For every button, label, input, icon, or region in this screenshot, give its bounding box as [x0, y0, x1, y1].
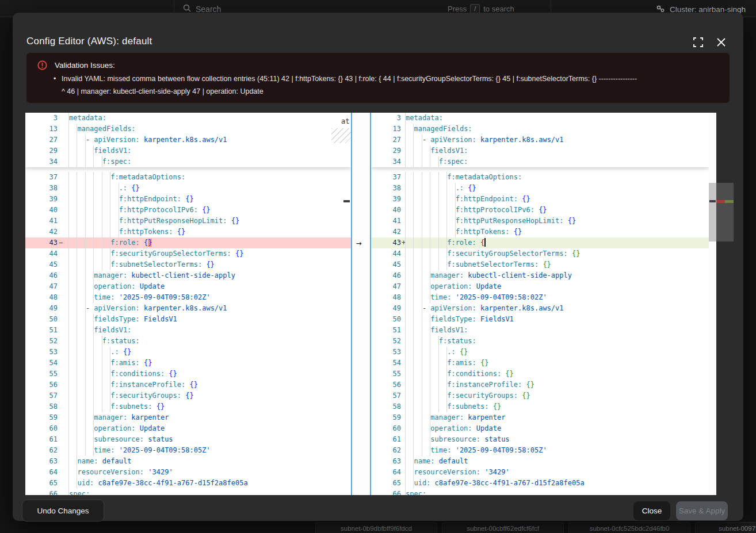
diff-editor-sash[interactable]: →	[351, 113, 371, 495]
code-line[interactable]: 52f:status:	[25, 336, 351, 347]
code-line[interactable]: 34f:spec:	[25, 156, 351, 167]
code-line[interactable]: 27- apiVersion: karpenter.k8s.aws/v1	[371, 135, 709, 145]
error-circle-icon	[37, 60, 47, 72]
line-number: 56	[25, 379, 58, 390]
code-line[interactable]: 52f:status:	[371, 336, 709, 347]
line-number: 49	[371, 303, 401, 314]
vertical-scrollbar[interactable]	[709, 113, 716, 495]
scrollbar-slider[interactable]	[709, 183, 716, 241]
code-line[interactable]: 60operation: Update	[371, 423, 709, 434]
code-line[interactable]: 47operation: Update	[371, 281, 709, 292]
code-line[interactable]: 44f:securityGroupSelectorTerms: {}	[371, 248, 709, 259]
close-button[interactable]: Close	[633, 501, 670, 520]
code-line[interactable]: 39f:httpEndpoint: {}	[25, 194, 351, 205]
code-line[interactable]: 54f:amis: {}	[25, 358, 351, 369]
code-line[interactable]: 65uid: c8afe97e-38cc-4f91-a767-d15f2a8fe…	[25, 478, 351, 489]
code-line[interactable]: 58f:subnets: {}	[371, 401, 709, 412]
code-line[interactable]: 45f:subnetSelectorTerms: {}	[371, 259, 709, 270]
code-line[interactable]: 40f:httpProtocolIPv6: {}	[25, 205, 351, 216]
code-line[interactable]: 61subresource: status	[25, 434, 351, 445]
code-line[interactable]: 60operation: Update	[25, 423, 351, 434]
code-line[interactable]: 49- apiVersion: karpenter.k8s.aws/v1	[25, 303, 351, 314]
subnet-cell: subnet-0cfc525bdc2d46fb0	[568, 522, 690, 533]
code-line[interactable]: 48time: '2025-09-04T09:58:02Z'	[25, 292, 351, 303]
code-line[interactable]: 51fieldsV1:	[25, 325, 351, 336]
line-number: 57	[371, 390, 401, 401]
line-number: 54	[371, 358, 401, 369]
code-line[interactable]: 63name: default	[371, 456, 709, 467]
code-line[interactable]: 43−f:role: {}	[25, 237, 351, 248]
code-line[interactable]: 42f:httpTokens: {}	[25, 227, 351, 237]
line-number: 47	[371, 281, 401, 292]
code-line[interactable]: 64resourceVersion: '3429'	[371, 467, 709, 478]
code-line[interactable]: 51fieldsV1:	[371, 325, 709, 336]
code-line[interactable]: 13managedFields:	[371, 124, 709, 135]
code-line[interactable]: 64resourceVersion: '3429'	[25, 467, 351, 478]
original-editor-pane[interactable]: 37f:metadataOptions:38.: {}39f:httpEndpo…	[25, 113, 351, 495]
modal-title: Config Editor (AWS): default	[26, 36, 152, 47]
code-line[interactable]: 59manager: karpenter	[371, 412, 709, 423]
line-number: 13	[371, 124, 401, 135]
code-line[interactable]: 29fieldsV1:	[371, 145, 709, 156]
code-line[interactable]: 34f:spec:	[371, 156, 709, 167]
line-number: 34	[25, 156, 58, 167]
code-line[interactable]: 37f:metadataOptions:	[371, 172, 709, 183]
code-line[interactable]: 27- apiVersion: karpenter.k8s.aws/v1	[25, 135, 351, 145]
code-line[interactable]: 56f:instanceProfile: {}	[371, 379, 709, 390]
code-line[interactable]: 13managedFields:	[25, 124, 351, 135]
code-line[interactable]: 41f:httpPutResponseHopLimit: {}	[371, 216, 709, 227]
close-icon[interactable]	[716, 37, 728, 49]
code-line[interactable]: 43+f:role: {	[371, 237, 709, 248]
code-line[interactable]: 37f:metadataOptions:	[25, 172, 351, 183]
code-line[interactable]: 59manager: karpenter	[25, 412, 351, 423]
code-line[interactable]: 3metadata:	[371, 113, 709, 124]
code-line[interactable]: 57f:securityGroups: {}	[25, 390, 351, 401]
code-line[interactable]: 44f:securityGroupSelectorTerms: {}	[25, 248, 351, 259]
fullscreen-button[interactable]	[693, 37, 705, 49]
revert-change-arrow[interactable]: →	[356, 237, 362, 248]
line-number: 42	[371, 227, 401, 237]
line-number: 29	[371, 145, 401, 156]
code-line[interactable]: 54f:amis: {}	[371, 358, 709, 369]
code-line[interactable]: 55f:conditions: {}	[25, 369, 351, 379]
code-line[interactable]: 62time: '2025-09-04T09:58:05Z'	[371, 445, 709, 456]
code-line[interactable]: 65uid: c8afe97e-38cc-4f91-a767-d15f2a8fe…	[371, 478, 709, 489]
to-search-label: to search	[483, 5, 514, 13]
code-line[interactable]: 62time: '2025-09-04T09:58:05Z'	[25, 445, 351, 456]
code-line[interactable]: 50fieldsType: FieldsV1	[25, 314, 351, 325]
line-number: 58	[371, 401, 401, 412]
code-line[interactable]: 50fieldsType: FieldsV1	[371, 314, 709, 325]
code-line[interactable]: 41f:httpPutResponseHopLimit: {}	[25, 216, 351, 227]
code-line[interactable]: 3metadata:	[25, 113, 351, 124]
code-line[interactable]: 53.: {}	[25, 347, 351, 358]
code-line[interactable]: 46manager: kubectl-client-side-apply	[371, 270, 709, 281]
diff-overview-ruler[interactable]	[716, 113, 734, 495]
undo-changes-button[interactable]: Undo Changes	[22, 500, 104, 522]
save-apply-button[interactable]: Save & Apply	[676, 501, 728, 520]
removed-marker	[716, 200, 725, 203]
code-line[interactable]: 61subresource: status	[371, 434, 709, 445]
code-line[interactable]: 66spec:	[371, 489, 709, 495]
code-line[interactable]: 38.: {}	[371, 183, 709, 194]
code-line[interactable]: 29fieldsV1:	[25, 145, 351, 156]
code-line[interactable]: 48time: '2025-09-04T09:58:02Z'	[371, 292, 709, 303]
modified-editor-pane[interactable]: 37f:metadataOptions:38.: {}39f:httpEndpo…	[371, 113, 709, 495]
code-line[interactable]: 45f:subnetSelectorTerms: {}	[25, 259, 351, 270]
code-line[interactable]: 58f:subnets: {}	[25, 401, 351, 412]
code-line[interactable]: 55f:conditions: {}	[371, 369, 709, 379]
code-line[interactable]: 57f:securityGroups: {}	[371, 390, 709, 401]
code-line[interactable]: 66spec:	[25, 489, 351, 495]
code-line[interactable]: 39f:httpEndpoint: {}	[371, 194, 709, 205]
code-line[interactable]: 38.: {}	[25, 183, 351, 194]
code-line[interactable]: 56f:instanceProfile: {}	[25, 379, 351, 390]
code-line[interactable]: 46manager: kubectl-client-side-apply	[25, 270, 351, 281]
line-number: 40	[25, 205, 58, 216]
config-editor-modal: Config Editor (AWS): default Validation …	[13, 13, 743, 521]
line-number: 39	[371, 194, 401, 205]
code-line[interactable]: 40f:httpProtocolIPv6: {}	[371, 205, 709, 216]
code-line[interactable]: 42f:httpTokens: {}	[371, 227, 709, 237]
code-line[interactable]: 63name: default	[25, 456, 351, 467]
code-line[interactable]: 53.: {}	[371, 347, 709, 358]
code-line[interactable]: 47operation: Update	[25, 281, 351, 292]
code-line[interactable]: 49- apiVersion: karpenter.k8s.aws/v1	[371, 303, 709, 314]
